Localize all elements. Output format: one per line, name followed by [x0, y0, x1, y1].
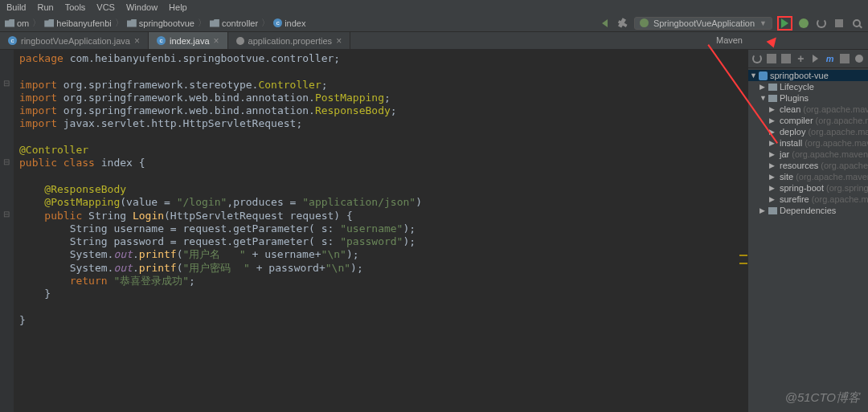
expand-icon[interactable] — [760, 94, 766, 102]
stop-icon — [835, 19, 843, 27]
search-button[interactable] — [850, 17, 863, 30]
gutter[interactable]: ⊟ ⊟ ⊟ — [0, 50, 14, 412]
expand-icon[interactable] — [760, 206, 766, 214]
folder-icon — [768, 207, 777, 214]
menu-bar: Build Run Tools VCS Window Help — [0, 0, 868, 14]
fold-icon[interactable]: ⊟ — [3, 210, 10, 218]
expand-icon[interactable] — [769, 150, 775, 158]
tab-label: index.java — [170, 36, 210, 46]
fold-icon[interactable]: ⊟ — [3, 79, 10, 88]
expand-icon[interactable] — [769, 161, 775, 169]
expand-icon[interactable] — [769, 173, 775, 181]
folder-icon — [768, 95, 777, 102]
crumb-index[interactable]: cindex — [273, 18, 305, 28]
build-icon[interactable] — [616, 17, 629, 30]
tree-dependencies[interactable]: Dependencies — [748, 205, 868, 216]
tree-label: site — [780, 172, 793, 182]
tree-label: jar — [780, 149, 789, 159]
generate-icon[interactable] — [767, 52, 776, 65]
reimport-icon[interactable] — [752, 52, 762, 65]
menu-window[interactable]: Window — [126, 2, 158, 12]
toolbar-right: SpringbootVueApplication ▼ — [599, 16, 863, 31]
tree-label: deploy — [780, 127, 805, 137]
expand-icon[interactable] — [760, 83, 766, 91]
crumb-label: controller — [222, 18, 258, 28]
tree-hint: (org.apache.m — [821, 161, 868, 170]
menu-vcs[interactable]: VCS — [96, 2, 115, 12]
breadcrumb-sep: 〉 — [261, 17, 270, 29]
crumb-label: index — [285, 18, 305, 28]
coverage-button[interactable] — [815, 17, 828, 30]
tree-plugin-item[interactable]: surefire (org.apache.ma — [748, 194, 868, 205]
expand-icon[interactable] — [769, 195, 775, 203]
crumb-label: om — [17, 18, 29, 28]
crumb-label: heibanyufenbi — [56, 18, 112, 28]
tree-hint: (org.apache.mav — [808, 127, 868, 137]
maven-hint: Maven — [716, 35, 743, 45]
tree-plugin-item[interactable]: clean (org.apache.maven — [748, 104, 868, 115]
tree-plugin-item[interactable]: resources (org.apache.m — [748, 160, 868, 171]
tree-label: Plugins — [780, 93, 809, 103]
play-icon — [781, 18, 788, 28]
class-icon: c — [273, 18, 282, 27]
stop-button[interactable] — [833, 17, 845, 30]
tab-label: application.properties — [248, 36, 333, 46]
debug-button[interactable] — [797, 17, 810, 30]
tree-plugin-item[interactable]: jar (org.apache.maven.p — [748, 149, 868, 160]
crumb-heibanyufenbi[interactable]: heibanyufenbi — [44, 18, 112, 28]
crumb-om[interactable]: om — [5, 18, 29, 28]
more-icon[interactable] — [840, 52, 850, 65]
expand-icon[interactable] — [769, 105, 775, 113]
toggle-icon[interactable]: m — [825, 52, 835, 65]
menu-help[interactable]: Help — [169, 2, 187, 12]
watermark: @51CTO博客 — [785, 390, 860, 406]
fold-icon[interactable]: ⊟ — [3, 157, 10, 166]
tree-hint: (org.springf — [826, 183, 868, 193]
run-config-label: SpringbootVueApplication — [653, 18, 755, 28]
close-icon[interactable]: × — [336, 35, 342, 47]
tab-index[interactable]: c index.java × — [149, 32, 228, 49]
crumb-controller[interactable]: controller — [210, 18, 258, 28]
menu-run[interactable]: Run — [37, 2, 53, 12]
tree-plugins[interactable]: Plugins — [748, 92, 868, 104]
main-area: ⊟ ⊟ ⊟ package com.heibanyufenbi.springbo… — [0, 50, 868, 412]
tree-plugin-item[interactable]: spring-boot (org.springf — [748, 182, 868, 194]
download-icon[interactable] — [781, 52, 791, 65]
menu-build[interactable]: Build — [6, 2, 26, 12]
breadcrumb-sep: 〉 — [115, 17, 124, 29]
maven-tree[interactable]: springboot-vue Lifecycle Plugins clean (… — [748, 68, 868, 218]
class-icon: c — [157, 36, 166, 45]
folder-icon — [768, 84, 777, 91]
coverage-icon — [817, 18, 826, 28]
tree-plugin-item[interactable]: site (org.apache.maven.p — [748, 171, 868, 182]
run-button-highlighted[interactable] — [777, 16, 792, 31]
run-goal-icon[interactable] — [811, 52, 821, 65]
tree-plugin-item[interactable]: compiler (org.apache.ma — [748, 115, 868, 126]
tree-plugin-item[interactable]: install (org.apache.mav — [748, 137, 868, 149]
code-editor[interactable]: package com.heibanyufenbi.springbootvue.… — [14, 50, 739, 412]
close-icon[interactable]: × — [134, 35, 140, 47]
breadcrumb-sep: 〉 — [198, 17, 207, 29]
folder-icon — [44, 19, 54, 27]
tab-label: ringbootVueApplication.java — [21, 36, 130, 46]
close-icon[interactable]: × — [214, 35, 219, 47]
tab-properties[interactable]: application.properties × — [228, 32, 351, 49]
expand-icon[interactable] — [769, 116, 775, 124]
add-icon[interactable]: + — [796, 52, 805, 65]
run-config-selector[interactable]: SpringbootVueApplication ▼ — [634, 17, 772, 30]
crumb-springbootvue[interactable]: springbootvue — [127, 18, 194, 28]
tree-hint: (org.apache.ma — [816, 116, 868, 125]
tree-hint: (org.apache.maven.p — [792, 149, 868, 159]
tree-root[interactable]: springboot-vue — [748, 70, 868, 81]
tree-lifecycle[interactable]: Lifecycle — [748, 81, 868, 92]
tab-application[interactable]: c ringbootVueApplication.java × — [0, 32, 149, 49]
plugin-list: clean (org.apache.mavencompiler (org.apa… — [748, 104, 868, 205]
back-icon[interactable] — [599, 17, 612, 30]
expand-icon[interactable] — [750, 71, 756, 80]
tree-label: clean — [780, 104, 800, 114]
settings-icon[interactable] — [854, 52, 864, 65]
breadcrumb-sep: 〉 — [32, 17, 41, 29]
expand-icon[interactable] — [769, 184, 775, 192]
spring-icon — [640, 18, 649, 27]
menu-tools[interactable]: Tools — [65, 2, 86, 12]
